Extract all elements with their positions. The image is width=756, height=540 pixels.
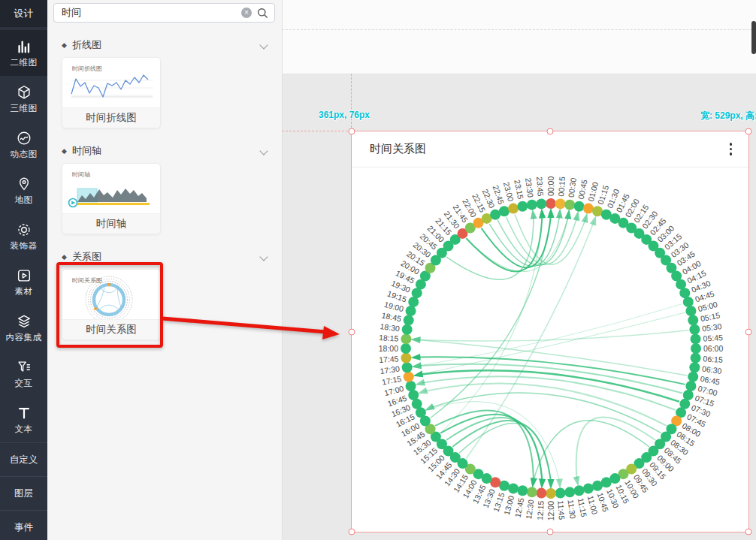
sidebar-item-chart-2d[interactable]: 二维图 [0, 30, 47, 76]
svg-text:18:30: 18:30 [380, 321, 401, 333]
gear-icon [16, 222, 32, 238]
sidebar-item-dynamic[interactable]: 动态图 [0, 122, 47, 167]
thumbnail-title: 时间折线图 [72, 65, 102, 73]
sidebar-item-interact[interactable]: 交互 [0, 351, 47, 397]
chevron-down-icon[interactable] [259, 41, 268, 49]
sidebar-item-event[interactable]: 事件 [0, 510, 47, 540]
svg-text:12:00: 12:00 [546, 501, 555, 520]
svg-text:00:00: 00:00 [546, 176, 555, 196]
layers-icon [16, 313, 32, 330]
sidebar-item-map[interactable]: 地图 [0, 167, 47, 213]
sidebar-item-label: 素材 [15, 286, 33, 297]
search-icon[interactable] [257, 8, 268, 19]
media-icon [16, 267, 32, 284]
pulse-icon [16, 130, 32, 146]
component-name: 时间关系图 [62, 319, 160, 339]
svg-text:23:45: 23:45 [535, 176, 546, 197]
section-header: ◆折线图 [62, 38, 282, 52]
component-panel: × ◆折线图时间折线图时间折线图◆时间轴时间轴时间轴◆关系图时间关系图时间关系图 [47, 0, 283, 540]
svg-text:05:30: 05:30 [701, 321, 722, 333]
sidebar-item-text[interactable]: 文本 [0, 397, 47, 442]
sidebar-item-label: 动态图 [11, 149, 38, 160]
more-menu-icon[interactable] [730, 143, 733, 155]
sidebar-item-label: 地图 [15, 195, 33, 206]
search-box: × [53, 3, 275, 23]
scrollbar-thumb[interactable] [751, 21, 756, 54]
chart-header: 时间关系图 [352, 131, 748, 167]
component-card-1[interactable]: 时间轴时间轴 [62, 163, 161, 234]
position-label: 361px, 76px [319, 110, 370, 120]
resize-handle-e[interactable] [745, 328, 752, 335]
svg-text:12:30: 12:30 [524, 499, 535, 520]
svg-text:18:15: 18:15 [379, 333, 399, 343]
thumbnail-title: 时间轴 [72, 170, 90, 179]
snap-guide-horizontal [282, 131, 352, 131]
section-header: ◆关系图 [62, 250, 282, 264]
component-card-0[interactable]: 时间折线图时间折线图 [62, 57, 161, 128]
svg-text:11:45: 11:45 [556, 500, 567, 520]
diamond-icon: ◆ [62, 147, 67, 155]
svg-text:18:00: 18:00 [379, 344, 398, 353]
chevron-down-icon[interactable] [259, 146, 268, 155]
sidebar-item-chart-3d[interactable]: 三维图 [0, 76, 47, 122]
component-thumbnail: 时间折线图 [62, 58, 160, 107]
sidebar: 设计 二维图三维图动态图地图装饰器素材内容集成交互文本 自定义图层事件 [0, 0, 47, 540]
sidebar-item-label: 文本 [15, 424, 33, 435]
sidebar-item-design[interactable]: 设计 [0, 0, 47, 27]
resize-handle-ne[interactable] [745, 128, 752, 135]
size-label: 宽: 529px, 高: [700, 110, 756, 122]
app-window: 设计 二维图三维图动态图地图装饰器素材内容集成交互文本 自定义图层事件 × ◆折… [0, 0, 756, 540]
svg-text:12:15: 12:15 [535, 500, 546, 520]
snap-guide-vertical [351, 74, 352, 131]
diamond-icon: ◆ [62, 253, 67, 261]
resize-handle-sw[interactable] [349, 529, 355, 535]
chord-diagram: 00:0000:1500:3000:4501:0001:1501:3001:45… [352, 167, 748, 532]
resize-handle-s[interactable] [547, 529, 554, 535]
canvas-outside-area [282, 0, 756, 74]
sidebar-item-decorator[interactable]: 装饰器 [0, 213, 47, 259]
component-name: 时间折线图 [62, 107, 160, 128]
sidebar-item-layer[interactable]: 图层 [0, 476, 47, 510]
sidebar-item-material[interactable]: 素材 [0, 259, 47, 305]
section-title: 关系图 [72, 250, 101, 264]
diamond-icon: ◆ [62, 41, 67, 49]
svg-text:06:15: 06:15 [703, 354, 723, 364]
map-pin-icon [16, 176, 32, 192]
resize-handle-se[interactable] [745, 529, 752, 535]
section-title: 折线图 [72, 38, 101, 52]
resize-handle-w[interactable] [349, 328, 355, 335]
resize-handle-nw[interactable] [349, 128, 355, 135]
search-input[interactable] [60, 7, 241, 20]
bar-chart-icon [16, 38, 32, 55]
section-title: 时间轴 [72, 144, 101, 158]
svg-text:11:30: 11:30 [567, 499, 578, 519]
sidebar-item-label: 二维图 [11, 57, 38, 68]
chevron-down-icon[interactable] [259, 252, 268, 261]
resize-handle-n[interactable] [547, 128, 554, 135]
clear-icon[interactable]: × [241, 8, 252, 18]
component-name: 时间轴 [62, 213, 160, 234]
component-thumbnail: 时间轴 [62, 164, 160, 213]
sidebar-item-label: 交互 [15, 378, 33, 389]
sidebar-item-label: 装饰器 [11, 240, 38, 252]
sidebar-item-label: 三维图 [11, 103, 38, 114]
thumbnail-title: 时间关系图 [72, 276, 102, 285]
svg-text:17:45: 17:45 [379, 354, 399, 364]
filter-icon [16, 359, 32, 376]
text-t-icon [16, 405, 32, 421]
component-card-2[interactable]: 时间关系图时间关系图 [62, 269, 161, 340]
selected-component[interactable]: 时间关系图 00:0000:1500:3000:4501:0001:1501:3… [352, 131, 748, 532]
svg-text:05:45: 05:45 [703, 333, 723, 343]
sidebar-item-label: 内容集成 [6, 332, 42, 343]
svg-text:00:15: 00:15 [556, 176, 567, 197]
chart-title: 时间关系图 [370, 142, 426, 156]
svg-text:06:00: 06:00 [703, 344, 723, 353]
cube-icon [16, 84, 32, 101]
section-header: ◆时间轴 [62, 144, 282, 158]
sidebar-item-content[interactable]: 内容集成 [0, 305, 47, 351]
component-thumbnail: 时间关系图 [62, 270, 160, 319]
artboard-guide-line [282, 29, 756, 30]
sidebar-item-custom[interactable]: 自定义 [0, 442, 47, 476]
time-relation-chart[interactable]: 时间关系图 00:0000:1500:3000:4501:0001:1501:3… [352, 131, 748, 532]
